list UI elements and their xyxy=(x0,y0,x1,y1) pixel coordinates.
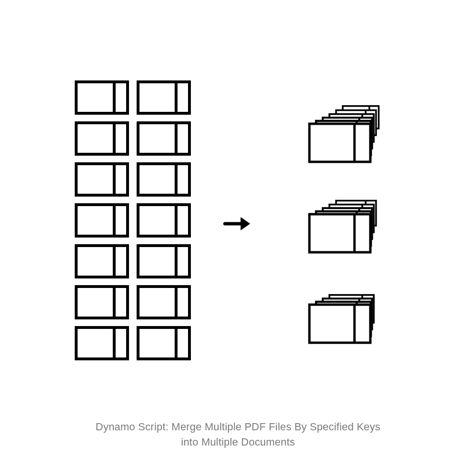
svg-rect-18 xyxy=(138,246,189,277)
svg-rect-22 xyxy=(138,287,189,318)
input-page xyxy=(138,82,189,113)
input-page xyxy=(76,246,128,277)
diagram-svg xyxy=(0,0,476,476)
svg-rect-6 xyxy=(138,123,189,154)
svg-rect-0 xyxy=(76,82,128,113)
input-page xyxy=(138,327,189,359)
svg-rect-24 xyxy=(76,327,128,359)
svg-rect-49 xyxy=(309,214,370,252)
input-page xyxy=(76,123,128,154)
svg-rect-14 xyxy=(138,205,189,236)
caption-line-1: Dynamo Script: Merge Multiple PDF Files … xyxy=(0,419,476,435)
input-page xyxy=(138,164,189,195)
input-page xyxy=(76,205,128,236)
output-stack xyxy=(309,106,379,162)
stacked-page xyxy=(309,124,370,162)
stacked-page xyxy=(309,305,370,343)
svg-rect-4 xyxy=(76,123,128,154)
caption: Dynamo Script: Merge Multiple PDF Files … xyxy=(0,419,476,450)
svg-rect-16 xyxy=(76,246,128,277)
svg-rect-20 xyxy=(76,287,128,318)
svg-rect-39 xyxy=(309,124,370,162)
arrow-right-icon xyxy=(225,217,250,230)
input-page xyxy=(138,246,189,277)
diagram-canvas: Dynamo Script: Merge Multiple PDF Files … xyxy=(0,0,476,476)
input-page xyxy=(76,327,128,359)
svg-rect-57 xyxy=(309,305,370,343)
input-page xyxy=(138,287,189,318)
output-stack xyxy=(309,295,374,343)
svg-rect-26 xyxy=(138,327,189,359)
input-page xyxy=(76,164,128,195)
stacked-page xyxy=(309,214,370,252)
svg-rect-8 xyxy=(76,164,128,195)
svg-rect-12 xyxy=(76,205,128,236)
input-page xyxy=(76,287,128,318)
caption-line-2: into Multiple Documents xyxy=(0,435,476,450)
output-stacks xyxy=(309,106,379,343)
input-page xyxy=(138,123,189,154)
svg-rect-10 xyxy=(138,164,189,195)
input-page xyxy=(138,205,189,236)
input-page xyxy=(76,82,128,113)
output-stack xyxy=(309,201,376,252)
input-page-grid xyxy=(76,82,189,359)
svg-rect-2 xyxy=(138,82,189,113)
